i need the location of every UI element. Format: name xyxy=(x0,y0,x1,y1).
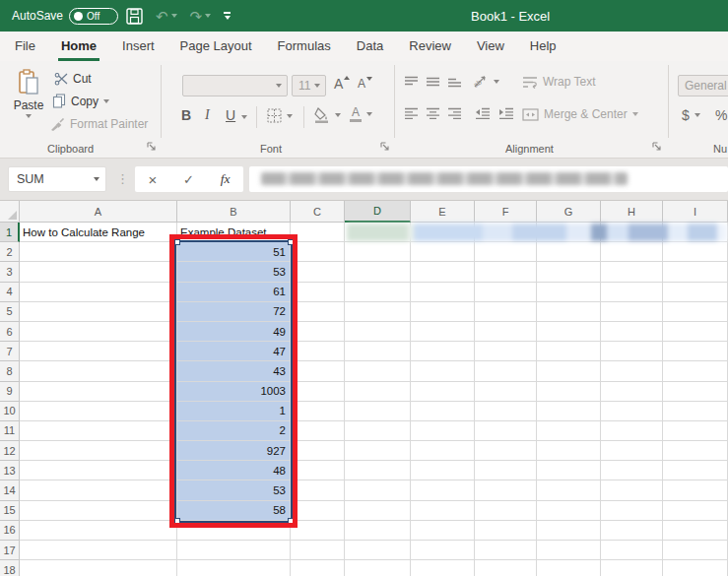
align-top-button[interactable] xyxy=(404,76,419,88)
cell-I6[interactable] xyxy=(663,322,728,342)
cell-D10[interactable] xyxy=(345,402,411,421)
cell-C9[interactable] xyxy=(291,382,345,402)
cell-E17[interactable] xyxy=(411,541,475,560)
cell-A10[interactable] xyxy=(20,402,177,421)
tab-file[interactable]: File xyxy=(2,32,48,61)
underline-chevron-icon[interactable] xyxy=(241,115,247,119)
cell-C13[interactable] xyxy=(291,461,345,480)
row-header-13[interactable]: 13 xyxy=(0,461,20,480)
cell-H12[interactable] xyxy=(601,441,663,461)
row-header-17[interactable]: 17 xyxy=(0,541,20,560)
cell-D11[interactable] xyxy=(345,421,411,441)
row-header-14[interactable]: 14 xyxy=(0,480,20,500)
cell-C2[interactable] xyxy=(291,242,345,262)
cell-G3[interactable] xyxy=(537,262,601,282)
row-header-18[interactable]: 18 xyxy=(0,560,20,576)
cell-I4[interactable] xyxy=(663,283,728,302)
cell-B1[interactable]: Example Dataset xyxy=(177,223,291,242)
cell-B4[interactable]: 61 xyxy=(177,283,291,302)
cell-A7[interactable] xyxy=(20,342,177,361)
font-name-combo[interactable] xyxy=(182,75,288,96)
align-bottom-button[interactable] xyxy=(447,76,462,88)
cell-B3[interactable]: 53 xyxy=(177,262,291,282)
cell-H1[interactable] xyxy=(601,223,663,242)
cell-G2[interactable] xyxy=(537,242,601,262)
cell-F2[interactable] xyxy=(475,242,537,262)
format-painter-button[interactable]: Format Painter xyxy=(50,117,148,131)
cell-I13[interactable] xyxy=(663,461,728,480)
cell-B8[interactable]: 43 xyxy=(177,361,291,381)
cell-C6[interactable] xyxy=(291,322,345,342)
underline-button[interactable]: U xyxy=(226,107,235,123)
number-format-combo[interactable]: General xyxy=(678,75,728,96)
align-right-button[interactable] xyxy=(447,107,462,119)
redo-button[interactable]: ↷ xyxy=(190,9,212,24)
cell-B15[interactable]: 58 xyxy=(177,501,291,521)
cell-H9[interactable] xyxy=(601,382,663,402)
cell-G14[interactable] xyxy=(537,480,601,500)
cell-B16[interactable] xyxy=(177,521,291,541)
cell-C17[interactable] xyxy=(291,541,345,560)
cell-A11[interactable] xyxy=(20,421,177,441)
cell-D14[interactable] xyxy=(345,480,411,500)
cell-D18[interactable] xyxy=(345,560,411,576)
cell-G18[interactable] xyxy=(537,560,601,576)
increase-font-size-button[interactable]: A xyxy=(334,76,350,92)
cell-B12[interactable]: 927 xyxy=(177,441,291,461)
orientation-button[interactable]: ab xyxy=(473,74,499,89)
percent-format-button[interactable]: % xyxy=(715,107,727,123)
decrease-font-size-button[interactable]: A xyxy=(358,77,372,91)
row-header-12[interactable]: 12 xyxy=(0,441,20,461)
cell-B17[interactable] xyxy=(177,541,291,560)
cell-G11[interactable] xyxy=(537,421,601,441)
paste-button[interactable]: Paste xyxy=(8,69,49,142)
row-header-4[interactable]: 4 xyxy=(0,283,20,302)
cell-F5[interactable] xyxy=(475,302,537,322)
cell-G12[interactable] xyxy=(537,441,601,461)
formula-bar-splitter[interactable]: ⋮ xyxy=(116,171,129,186)
column-header-A[interactable]: A xyxy=(20,201,177,223)
cell-B9[interactable]: 1003 xyxy=(177,382,291,402)
cell-I11[interactable] xyxy=(663,421,728,441)
cell-I10[interactable] xyxy=(663,402,728,421)
cell-I7[interactable] xyxy=(663,342,728,361)
cancel-button[interactable]: × xyxy=(148,171,157,188)
cell-F12[interactable] xyxy=(475,441,537,461)
tab-formulas[interactable]: Formulas xyxy=(265,32,344,61)
cell-E16[interactable] xyxy=(411,521,475,541)
cell-A8[interactable] xyxy=(20,361,177,381)
cell-E6[interactable] xyxy=(411,322,475,342)
cut-button[interactable]: Cut xyxy=(54,72,92,86)
cell-F11[interactable] xyxy=(475,421,537,441)
cell-A6[interactable] xyxy=(20,322,177,342)
cell-E7[interactable] xyxy=(411,342,475,361)
cell-A13[interactable] xyxy=(20,461,177,480)
cell-G17[interactable] xyxy=(537,541,601,560)
cell-E18[interactable] xyxy=(411,560,475,576)
save-icon[interactable] xyxy=(126,8,143,25)
customize-quick-access-button[interactable] xyxy=(224,12,231,20)
cell-F13[interactable] xyxy=(475,461,537,480)
bold-button[interactable]: B xyxy=(181,107,191,123)
cell-E15[interactable] xyxy=(411,501,475,521)
tab-view[interactable]: View xyxy=(464,32,517,61)
cell-D7[interactable] xyxy=(345,342,411,361)
name-box[interactable]: SUM xyxy=(8,166,106,192)
row-header-6[interactable]: 6 xyxy=(0,322,20,342)
cell-D12[interactable] xyxy=(345,441,411,461)
cell-D8[interactable] xyxy=(345,361,411,381)
cell-H3[interactable] xyxy=(601,262,663,282)
align-middle-button[interactable] xyxy=(426,76,440,88)
tab-data[interactable]: Data xyxy=(344,32,396,61)
cell-H13[interactable] xyxy=(601,461,663,480)
cell-G8[interactable] xyxy=(537,361,601,381)
column-header-E[interactable]: E xyxy=(411,201,475,223)
cell-C15[interactable] xyxy=(291,501,345,521)
cell-B10[interactable]: 1 xyxy=(177,402,291,421)
cell-G9[interactable] xyxy=(537,382,601,402)
cell-G10[interactable] xyxy=(537,402,601,421)
cell-E12[interactable] xyxy=(411,441,475,461)
cell-A18[interactable] xyxy=(20,560,177,576)
cell-A12[interactable] xyxy=(20,441,177,461)
cell-I1[interactable] xyxy=(663,223,728,242)
